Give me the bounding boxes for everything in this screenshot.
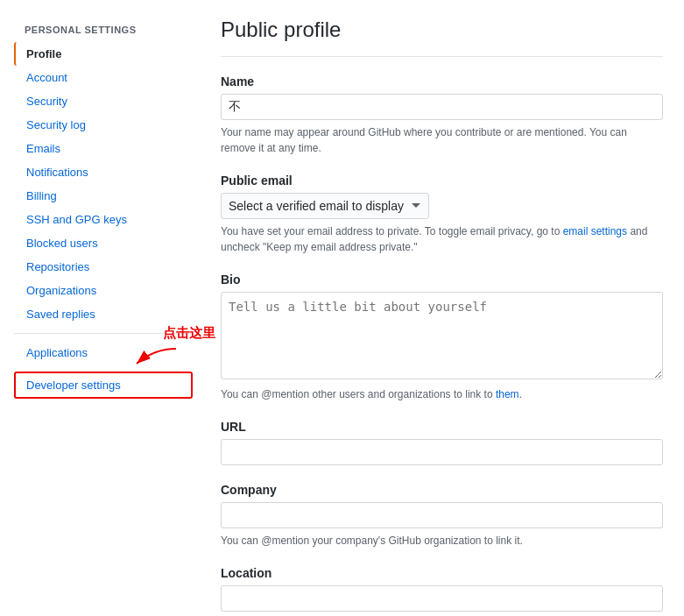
name-input[interactable] <box>221 94 663 120</box>
email-settings-link[interactable]: email settings <box>563 225 627 237</box>
developer-settings-box: Developer settings <box>14 372 193 399</box>
bio-input[interactable] <box>221 292 663 379</box>
sidebar-item-notifications[interactable]: Notifications <box>14 160 193 184</box>
email-group: Public email Select a verified email to … <box>221 173 663 255</box>
sidebar-item-saved-replies[interactable]: Saved replies <box>14 302 193 326</box>
sidebar-item-repositories[interactable]: Repositories <box>14 255 193 279</box>
location-input[interactable] <box>221 585 663 612</box>
bio-hint-prefix: You can @mention other users and organiz… <box>221 388 496 400</box>
email-label: Public email <box>221 173 663 188</box>
company-hint: You can @mention your company's GitHub o… <box>221 533 663 549</box>
page-title: Public profile <box>221 18 663 57</box>
name-hint: Your name may appear around GitHub where… <box>221 124 663 156</box>
location-label: Location <box>221 566 663 580</box>
url-label: URL <box>221 420 663 434</box>
sidebar-header: Personal settings <box>14 18 193 42</box>
company-input[interactable] <box>221 502 663 528</box>
name-group: Name Your name may appear around GitHub … <box>221 74 663 156</box>
sidebar-item-emails[interactable]: Emails <box>14 137 193 160</box>
bio-hint-suffix: . <box>519 388 522 400</box>
sidebar-item-developer-settings[interactable]: Developer settings <box>16 373 191 397</box>
sidebar-item-account[interactable]: Account <box>14 66 193 89</box>
bio-hint: You can @mention other users and organiz… <box>221 386 663 402</box>
sidebar-item-profile[interactable]: Profile <box>14 42 193 66</box>
email-hint-prefix: You have set your email address to priva… <box>221 225 563 237</box>
email-select-wrapper: Select a verified email to display <box>221 193 429 219</box>
bio-label: Bio <box>221 273 663 287</box>
sidebar-item-blocked-users[interactable]: Blocked users <box>14 231 193 255</box>
bio-mention-link[interactable]: them <box>496 388 519 400</box>
main-content: Public profile Name Your name may appear… <box>193 18 684 616</box>
sidebar-item-security-log[interactable]: Security log <box>14 113 193 137</box>
name-label: Name <box>221 74 663 89</box>
developer-settings-container: Developer settings <box>14 372 193 399</box>
company-label: Company <box>221 483 663 497</box>
sidebar-item-ssh-gpg[interactable]: SSH and GPG keys <box>14 208 193 231</box>
company-group: Company You can @mention your company's … <box>221 483 663 549</box>
sidebar: Personal settings Profile Account Securi… <box>0 18 193 616</box>
arrow-icon <box>128 344 180 373</box>
url-input[interactable] <box>221 439 663 465</box>
email-hint: You have set your email address to priva… <box>221 223 663 255</box>
annotation-text: 点击这里 <box>163 325 215 342</box>
sidebar-item-security[interactable]: Security <box>14 89 193 113</box>
bio-group: Bio You can @mention other users and org… <box>221 273 663 402</box>
email-select[interactable]: Select a verified email to display <box>221 193 429 219</box>
url-group: URL <box>221 420 663 465</box>
location-group: Location <box>221 566 663 612</box>
sidebar-item-organizations[interactable]: Organizations <box>14 279 193 302</box>
sidebar-item-billing[interactable]: Billing <box>14 184 193 208</box>
